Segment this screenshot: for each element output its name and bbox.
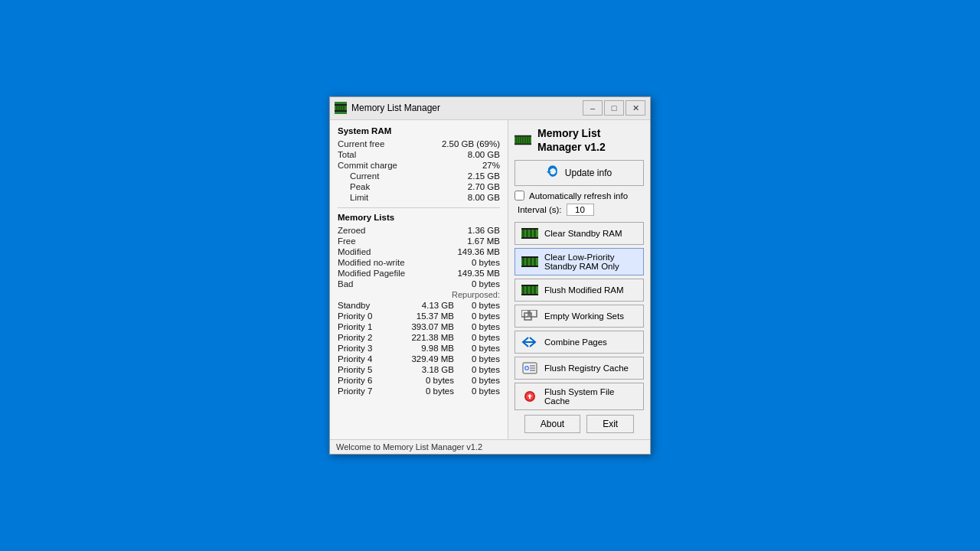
svg-rect-12 <box>522 137 524 144</box>
commit-charge-label: Commit charge <box>338 161 397 170</box>
auto-refresh-label: Automatically refresh info <box>529 191 628 201</box>
modified-pagefile-value: 149.35 MB <box>439 269 500 278</box>
cc-peak-row: Peak 2.70 GB <box>338 181 500 192</box>
svg-rect-14 <box>527 137 528 144</box>
maximize-button[interactable]: □ <box>604 100 624 116</box>
exit-button[interactable]: Exit <box>586 415 634 433</box>
modified-label: Modified <box>338 247 371 256</box>
bottom-buttons: About Exit <box>514 415 644 433</box>
priority6-label: Priority 6 <box>338 376 397 385</box>
svg-rect-3 <box>338 106 340 110</box>
priority1-repurposed: 0 bytes <box>454 322 500 331</box>
zeroed-row: Zeroed 1.36 GB <box>338 225 500 236</box>
svg-rect-31 <box>526 286 528 294</box>
auto-refresh-checkbox[interactable] <box>514 191 524 201</box>
app-window: Memory List Manager – □ ✕ System RAM Cur… <box>329 96 651 455</box>
standby-label: Standby <box>338 301 397 310</box>
priority7-label: Priority 7 <box>338 386 397 396</box>
priority5-repurposed: 0 bytes <box>454 365 500 374</box>
combine-pages-icon <box>521 335 538 349</box>
app-header: Memory List Manager v1.2 <box>514 126 644 154</box>
update-info-button[interactable]: Update info <box>514 160 644 186</box>
cc-current-value: 2.15 GB <box>439 171 500 181</box>
priority2-label: Priority 2 <box>338 333 397 342</box>
app-title: Memory List Manager v1.2 <box>537 126 644 154</box>
svg-rect-20 <box>530 230 532 237</box>
interval-row: Interval (s): <box>514 204 644 216</box>
priority2-row: Priority 2 221.38 MB 0 bytes <box>338 332 500 343</box>
commit-charge-row: Commit charge 27% <box>338 160 500 171</box>
interval-input[interactable] <box>567 204 594 216</box>
svg-point-39 <box>526 367 528 370</box>
priority7-row: Priority 7 0 bytes 0 bytes <box>338 386 500 396</box>
combine-pages-label: Combine Pages <box>544 337 607 347</box>
svg-rect-27 <box>534 258 536 266</box>
commit-charge-value: 27% <box>439 161 500 170</box>
cc-limit-label: Limit <box>350 193 368 202</box>
modified-pagefile-label: Modified Pagefile <box>338 269 405 278</box>
standby-value: 4.13 GB <box>397 301 454 310</box>
cc-peak-value: 2.70 GB <box>439 182 500 191</box>
modified-value: 149.36 MB <box>439 247 500 256</box>
window-controls: – □ ✕ <box>583 100 645 116</box>
svg-rect-9 <box>515 137 517 144</box>
cc-limit-value: 8.00 GB <box>439 193 500 202</box>
modified-no-write-label: Modified no-write <box>338 258 405 267</box>
about-button[interactable]: About <box>524 415 580 433</box>
bad-value: 0 bytes <box>439 279 500 289</box>
flush-modified-icon <box>521 283 538 297</box>
priority0-label: Priority 0 <box>338 311 397 321</box>
svg-rect-15 <box>529 137 531 144</box>
total-value: 8.00 GB <box>439 150 500 159</box>
priority6-repurposed: 0 bytes <box>454 376 500 385</box>
svg-rect-10 <box>518 137 519 144</box>
clear-standby-icon <box>521 227 538 240</box>
priority4-label: Priority 4 <box>338 354 397 364</box>
free-value: 1.67 MB <box>439 236 500 246</box>
priority2-value: 221.38 MB <box>397 333 454 342</box>
right-panel: Memory List Manager v1.2 Update info Aut… <box>508 120 650 439</box>
clear-standby-label: Clear Standby RAM <box>544 229 622 238</box>
priority3-repurposed: 0 bytes <box>454 344 500 353</box>
flush-registry-cache-button[interactable]: Flush Registry Cache <box>514 357 644 380</box>
empty-working-sets-button[interactable]: Empty Working Sets <box>514 305 644 328</box>
minimize-button[interactable]: – <box>583 100 603 116</box>
flush-system-file-cache-button[interactable]: Flush System File Cache <box>514 383 644 410</box>
current-free-row: Current free 2.50 GB (69%) <box>338 139 500 149</box>
priority4-row: Priority 4 329.49 MB 0 bytes <box>338 354 500 364</box>
memory-lists-title: Memory Lists <box>338 213 500 222</box>
app-icon <box>335 102 347 114</box>
svg-rect-19 <box>526 230 528 237</box>
bad-row: Bad 0 bytes <box>338 279 500 289</box>
priority1-value: 393.07 MB <box>397 322 454 331</box>
cc-peak-label: Peak <box>350 182 370 191</box>
flush-system-file-icon <box>521 390 538 403</box>
combine-pages-button[interactable]: Combine Pages <box>514 331 644 354</box>
standby-row: Standby 4.13 GB 0 bytes <box>338 300 500 311</box>
zeroed-value: 1.36 GB <box>439 226 500 235</box>
clear-low-priority-label: Clear Low-Priority Standby RAM Only <box>544 253 637 271</box>
svg-rect-2 <box>336 106 338 110</box>
left-panel: System RAM Current free 2.50 GB (69%) To… <box>330 120 508 439</box>
system-ram-title: System RAM <box>338 126 500 135</box>
priority3-row: Priority 3 9.98 MB 0 bytes <box>338 343 500 354</box>
clear-low-priority-icon <box>521 255 538 269</box>
modified-no-write-value: 0 bytes <box>439 258 500 267</box>
clear-low-priority-button[interactable]: Clear Low-Priority Standby RAM Only <box>514 248 644 276</box>
flush-modified-label: Flush Modified RAM <box>544 285 624 295</box>
total-row: Total 8.00 GB <box>338 149 500 160</box>
clear-standby-ram-button[interactable]: Clear Standby RAM <box>514 222 644 245</box>
close-button[interactable]: ✕ <box>626 100 645 116</box>
modified-row: Modified 149.36 MB <box>338 246 500 257</box>
priority5-value: 3.18 GB <box>397 365 454 374</box>
modified-pagefile-row: Modified Pagefile 149.35 MB <box>338 268 500 279</box>
svg-rect-33 <box>534 286 536 294</box>
current-free-value: 2.50 GB (69%) <box>439 139 500 148</box>
flush-modified-ram-button[interactable]: Flush Modified RAM <box>514 279 644 302</box>
standby-repurposed: 0 bytes <box>454 301 500 310</box>
svg-rect-26 <box>530 258 532 266</box>
svg-rect-18 <box>522 230 524 237</box>
main-content: System RAM Current free 2.50 GB (69%) To… <box>330 120 650 439</box>
flush-registry-icon <box>521 361 538 375</box>
priority3-value: 9.98 MB <box>397 344 454 353</box>
